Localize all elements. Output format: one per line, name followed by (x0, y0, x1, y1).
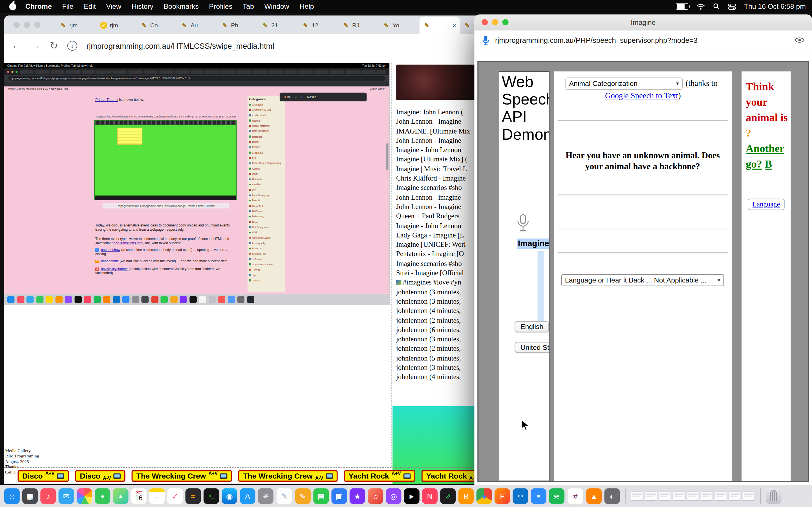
wifi-icon[interactable] (696, 3, 705, 10)
category-link[interactable]: Hardware (249, 177, 283, 182)
firefox-icon[interactable]: F (495, 489, 510, 504)
minimized-window[interactable] (701, 492, 713, 501)
minimize-window-icon[interactable] (24, 22, 30, 28)
minimized-window[interactable] (687, 492, 699, 501)
imagine-title-bar[interactable]: Imagine (474, 14, 812, 31)
slack-icon[interactable]: # (567, 488, 583, 504)
zoom-window-icon[interactable] (34, 22, 40, 28)
finder-icon[interactable]: ☺ (4, 489, 20, 504)
browser-tab[interactable]: ✎ × (419, 17, 460, 34)
stocks-icon[interactable]: ⇗ (440, 489, 456, 504)
category-link[interactable]: Data Integration (249, 129, 283, 134)
minimized-window[interactable] (673, 492, 685, 501)
reminders-icon[interactable]: ✓ (167, 489, 183, 504)
nested-scrollbar[interactable] (386, 144, 388, 170)
browser-tab[interactable]: ✎ 12 × (298, 17, 339, 34)
category-link[interactable]: Not Categorised (249, 225, 283, 230)
category-select[interactable]: Animal Categorization ▾ (566, 78, 682, 90)
settings-icon[interactable]: ✳ (258, 489, 273, 504)
nested-pagetransitions-link[interactable]: pageTransitions.html (112, 241, 143, 245)
category-link[interactable]: Land Surveying (249, 193, 283, 198)
chrome-icon[interactable]: ● (476, 489, 492, 504)
category-link[interactable]: iOS (249, 187, 283, 193)
dialect-button[interactable]: United States (515, 342, 550, 353)
b-link[interactable]: B (765, 158, 772, 170)
vscode-icon[interactable]: <> (513, 489, 528, 504)
tv-icon[interactable]: ▶ (404, 489, 419, 504)
zoom-window-icon[interactable] (502, 19, 509, 25)
appstore-icon[interactable]: A (240, 489, 255, 504)
gimp-icon[interactable]: ◐ (604, 489, 620, 504)
photos-icon[interactable] (77, 489, 92, 504)
address-bar[interactable]: rjmprogramming.com.au/HTMLCSS/swipe_medi… (87, 41, 274, 50)
music-icon[interactable]: ♪ (40, 489, 56, 504)
launchpad-icon[interactable]: ▦ (22, 489, 38, 504)
search-icon[interactable] (713, 3, 720, 10)
browser-tab[interactable]: ✎ RJ × (339, 17, 379, 34)
category-link[interactable]: Coding (249, 118, 283, 124)
menu-item[interactable]: Window (259, 3, 294, 10)
tab-close-icon[interactable]: × (452, 21, 456, 29)
control-center-icon[interactable] (728, 3, 736, 10)
category-link[interactable]: Projects (249, 246, 283, 251)
close-window-icon[interactable] (481, 19, 488, 25)
nested-zoom-out-icon[interactable]: − (295, 95, 297, 99)
minimized-window[interactable] (645, 492, 657, 501)
category-link[interactable]: Games (249, 166, 283, 172)
language-link-box[interactable]: Language (748, 199, 784, 210)
menu-item[interactable]: Profiles (204, 3, 238, 10)
close-window-icon[interactable] (13, 22, 20, 28)
menu-item[interactable]: Help (294, 3, 319, 10)
messages-icon[interactable]: ● (95, 489, 110, 504)
category-link[interactable]: Eclipse (249, 145, 283, 151)
category-link[interactable]: NetBeans (249, 209, 283, 214)
category-link[interactable]: eLearning (249, 151, 283, 156)
battery-icon[interactable] (675, 3, 688, 10)
category-link[interactable]: Software (249, 257, 283, 262)
playlist-button[interactable]: Yacht Rock A+V (344, 470, 415, 482)
playlist-button[interactable]: The Wrecking Crew A-V (238, 470, 338, 482)
imovie-icon[interactable]: ★ (350, 489, 365, 504)
category-link[interactable]: Colour Matching (249, 124, 283, 129)
calculator-icon[interactable]: = (186, 489, 201, 504)
category-link[interactable]: Delphi (249, 140, 283, 145)
menu-item[interactable]: Bookmarks (158, 3, 204, 10)
nested-event-link[interactable]: onpageshow (101, 248, 120, 251)
site-info-icon[interactable]: i (67, 41, 77, 50)
mail-icon[interactable]: ✉ (59, 489, 74, 504)
category-link[interactable]: Tips (249, 273, 283, 278)
browser-tab[interactable]: ✎ Yo × (379, 17, 419, 34)
books-icon[interactable]: B (458, 489, 474, 504)
safari-icon[interactable]: ◉ (221, 489, 237, 504)
browser-tab[interactable]: ✎ Ph × (217, 17, 258, 34)
minimized-window[interactable] (659, 492, 671, 501)
browser-tab[interactable]: ✎ 21 × (258, 17, 298, 34)
nested-event-link[interactable]: onvisibilitychange (101, 267, 128, 270)
recognized-word[interactable]: Imagine (517, 238, 550, 249)
maps-icon[interactable]: ▲ (113, 489, 128, 504)
trash-icon[interactable] (766, 489, 781, 504)
category-link[interactable]: Networking (249, 214, 283, 220)
minimize-window-icon[interactable] (492, 19, 498, 25)
spotify-icon[interactable]: ≋ (549, 489, 564, 504)
category-link[interactable]: News (249, 220, 283, 225)
category-link[interactable]: Installers (249, 182, 283, 187)
category-link[interactable]: Photography (249, 241, 283, 246)
category-link[interactable]: Spectro/Photometer (249, 262, 283, 268)
category-link[interactable]: TkiWiki (249, 268, 283, 273)
menu-item[interactable]: Tab (238, 3, 259, 10)
playlist-button[interactable]: The Wrecking Crew A+V (132, 470, 232, 482)
vlc-icon[interactable]: ▲ (586, 489, 602, 504)
language-button[interactable]: English (515, 321, 549, 332)
video-thumbnail[interactable] (396, 65, 475, 100)
nested-event-link[interactable]: onpagehide (101, 260, 119, 263)
playlist-button[interactable]: Disco A-V (75, 470, 125, 482)
forward-icon[interactable]: → (31, 40, 40, 51)
zoom-icon[interactable]: ■ (531, 489, 546, 504)
category-link[interactable]: Code | Blocks (249, 113, 283, 118)
apple-menu-icon[interactable] (9, 3, 16, 10)
browser-tab[interactable]: ✎ rjm × (56, 17, 96, 34)
back-icon[interactable]: ← (11, 40, 21, 51)
category-link[interactable]: OOP (249, 230, 283, 236)
garageband-icon[interactable]: ♫ (368, 489, 383, 504)
